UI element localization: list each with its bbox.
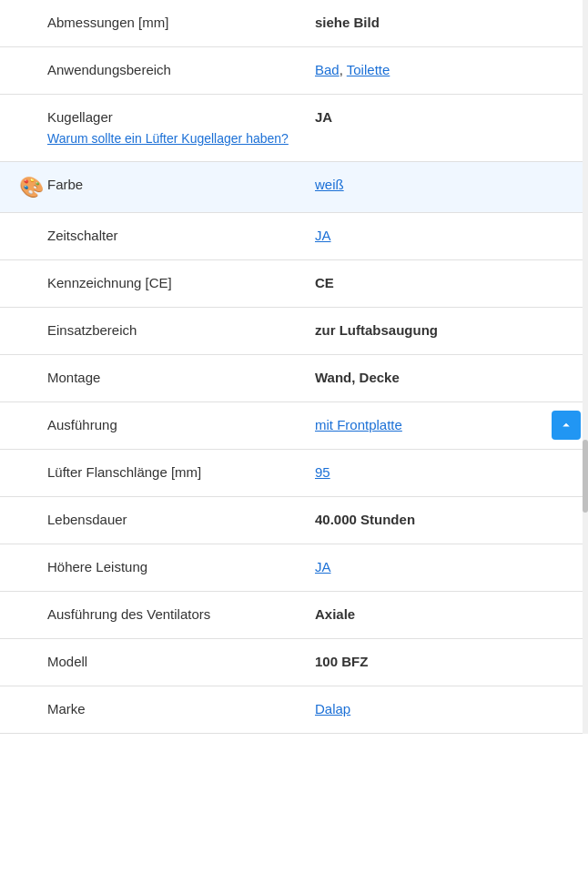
row-icon-ausfuehrung bbox=[15, 415, 47, 416]
label-text-ausfuehrung-ventilator: Ausführung des Ventilators bbox=[47, 606, 210, 622]
spec-row-lebensdauer: Lebensdauer40.000 Stunden bbox=[0, 497, 588, 544]
label-text-ausfuehrung: Ausführung bbox=[47, 417, 117, 432]
row-icon-anwendungsbereich bbox=[15, 60, 47, 61]
spec-row-modell: Modell100 BFZ bbox=[0, 639, 588, 686]
spec-label-flanschlaenge: Lüfter Flanschlänge [mm] bbox=[47, 462, 306, 482]
spec-label-modell: Modell bbox=[47, 652, 306, 671]
spec-label-ausfuehrung: Ausführung bbox=[47, 415, 306, 434]
spec-value-kennzeichnung: CE bbox=[306, 273, 573, 292]
spec-row-ausfuehrung: Ausführungmit Frontplatte bbox=[0, 402, 588, 450]
label-text-flanschlaenge: Lüfter Flanschlänge [mm] bbox=[47, 464, 201, 480]
spec-label-montage: Montage bbox=[47, 368, 306, 387]
spec-row-farbe: 🎨Farbeweiß bbox=[0, 162, 588, 213]
row-icon-kugellager bbox=[15, 107, 47, 108]
spec-label-kugellager: KugellagerWarum sollte ein Lüfter Kugell… bbox=[47, 107, 306, 148]
spec-label-ausfuehrung-ventilator: Ausführung des Ventilators bbox=[47, 605, 306, 624]
row-icon-flanschlaenge bbox=[15, 462, 47, 463]
label-text-marke: Marke bbox=[47, 701, 86, 716]
spec-row-zeitschalter: ZeitschalterJA bbox=[0, 213, 588, 260]
spec-row-kennzeichnung: Kennzeichnung [CE]CE bbox=[0, 260, 588, 308]
row-icon-einsatzbereich bbox=[15, 320, 47, 321]
spec-row-ausfuehrung-ventilator: Ausführung des VentilatorsAxiale bbox=[0, 592, 588, 639]
row-icon-farbe: 🎨 bbox=[15, 175, 47, 199]
scrollbar-thumb[interactable] bbox=[583, 440, 588, 513]
spec-label-abmessungen: Abmessungen [mm] bbox=[47, 13, 306, 32]
spec-row-kugellager: KugellagerWarum sollte ein Lüfter Kugell… bbox=[0, 95, 588, 162]
spec-value-einsatzbereich: zur Luftabsaugung bbox=[306, 320, 573, 340]
spec-row-abmessungen: Abmessungen [mm]siehe Bild bbox=[0, 0, 588, 47]
label-text-anwendungsbereich: Anwendungsbereich bbox=[47, 62, 171, 77]
label-text-montage: Montage bbox=[47, 370, 100, 385]
spec-value-montage: Wand, Decke bbox=[306, 368, 573, 387]
spec-value-modell: 100 BFZ bbox=[306, 652, 573, 671]
row-icon-zeitschalter bbox=[15, 226, 47, 227]
row-icon-modell bbox=[15, 652, 47, 653]
spec-label-anwendungsbereich: Anwendungsbereich bbox=[47, 60, 306, 79]
arrow-up-icon bbox=[558, 417, 574, 433]
spec-label-kennzeichnung: Kennzeichnung [CE] bbox=[47, 273, 306, 292]
value-link-anwendungsbereich-0[interactable]: Bad bbox=[315, 62, 340, 77]
row-icon-ausfuehrung-ventilator bbox=[15, 605, 47, 605]
spec-row-anwendungsbereich: AnwendungsbereichBad, Toilette bbox=[0, 47, 588, 95]
scrollbar-track bbox=[583, 0, 588, 734]
row-icon-marke bbox=[15, 699, 47, 700]
product-specs-table: Abmessungen [mm]siehe BildAnwendungsbere… bbox=[0, 0, 588, 734]
specs-container: Abmessungen [mm]siehe BildAnwendungsbere… bbox=[0, 0, 588, 734]
spec-value-zeitschalter[interactable]: JA bbox=[306, 226, 573, 245]
row-icon-abmessungen bbox=[15, 13, 47, 14]
label-text-modell: Modell bbox=[47, 654, 87, 669]
spec-label-zeitschalter: Zeitschalter bbox=[47, 226, 306, 245]
label-text-lebensdauer: Lebensdauer bbox=[47, 512, 127, 527]
spec-label-lebensdauer: Lebensdauer bbox=[47, 510, 306, 529]
spec-row-einsatzbereich: Einsatzbereichzur Luftabsaugung bbox=[0, 308, 588, 355]
spec-label-einsatzbereich: Einsatzbereich bbox=[47, 320, 306, 340]
row-icon-kennzeichnung bbox=[15, 273, 47, 274]
spec-value-ausfuehrung[interactable]: mit Frontplatte bbox=[306, 415, 573, 434]
spec-row-montage: MontageWand, Decke bbox=[0, 355, 588, 402]
spec-value-ausfuehrung-ventilator: Axiale bbox=[306, 605, 573, 624]
label-text-zeitschalter: Zeitschalter bbox=[47, 228, 118, 243]
row-icon-montage bbox=[15, 368, 47, 369]
label-text-einsatzbereich: Einsatzbereich bbox=[47, 322, 137, 338]
label-text-abmessungen: Abmessungen [mm] bbox=[47, 15, 168, 30]
spec-label-farbe: Farbe bbox=[47, 175, 306, 194]
label-text-hoehere-leistung: Höhere Leistung bbox=[47, 559, 147, 574]
spec-value-abmessungen: siehe Bild bbox=[306, 13, 573, 32]
spec-value-kugellager: JA bbox=[306, 107, 573, 127]
spec-value-lebensdauer: 40.000 Stunden bbox=[306, 510, 573, 529]
spec-row-marke: MarkeDalap bbox=[0, 686, 588, 734]
row-icon-lebensdauer bbox=[15, 510, 47, 511]
row-icon-hoehere-leistung bbox=[15, 557, 47, 558]
spec-row-hoehere-leistung: Höhere LeistungJA bbox=[0, 544, 588, 592]
label-text-farbe: Farbe bbox=[47, 177, 83, 192]
palette-icon: 🎨 bbox=[19, 176, 44, 199]
label-text-kugellager: Kugellager bbox=[47, 109, 113, 125]
spec-row-flanschlaenge: Lüfter Flanschlänge [mm]95 bbox=[0, 450, 588, 497]
spec-value-flanschlaenge[interactable]: 95 bbox=[306, 462, 573, 482]
sublabel-link-kugellager[interactable]: Warum sollte ein Lüfter Kugellager haben… bbox=[47, 130, 306, 148]
value-link-anwendungsbereich-1[interactable]: Toilette bbox=[347, 62, 390, 77]
spec-value-farbe[interactable]: weiß bbox=[306, 175, 573, 194]
spec-value-hoehere-leistung[interactable]: JA bbox=[306, 557, 573, 576]
spec-value-anwendungsbereich: Bad, Toilette bbox=[306, 60, 573, 79]
scroll-up-button[interactable] bbox=[552, 411, 581, 440]
spec-value-marke[interactable]: Dalap bbox=[306, 699, 573, 718]
spec-label-marke: Marke bbox=[47, 699, 306, 718]
spec-label-hoehere-leistung: Höhere Leistung bbox=[47, 557, 306, 576]
label-text-kennzeichnung: Kennzeichnung [CE] bbox=[47, 275, 172, 290]
